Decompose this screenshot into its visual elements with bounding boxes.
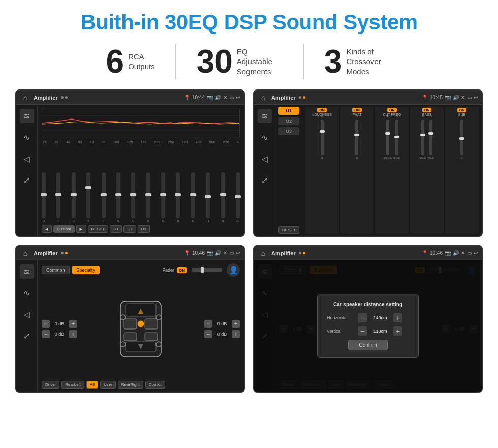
slider-track-100[interactable] bbox=[131, 172, 135, 218]
slider-track-400[interactable] bbox=[221, 172, 225, 218]
copilot-plus[interactable]: + bbox=[232, 320, 240, 328]
slider-thumb-400[interactable] bbox=[220, 193, 226, 196]
u2-btn[interactable]: U2 bbox=[123, 225, 136, 233]
slider-track-32[interactable] bbox=[56, 172, 60, 218]
band-loudness-on[interactable]: ON bbox=[317, 108, 327, 112]
sidebar-eq-icon-2[interactable]: ≋ bbox=[258, 109, 272, 123]
slider-track-500[interactable] bbox=[236, 172, 240, 218]
slider-thumb-125[interactable] bbox=[145, 193, 151, 196]
fader-on-badge[interactable]: ON bbox=[177, 267, 187, 273]
driver-bottom-btn[interactable]: Driver bbox=[42, 381, 59, 389]
sidebar-expand-icon-2[interactable]: ⤢ bbox=[258, 173, 272, 187]
slider-thumb-50[interactable] bbox=[85, 186, 91, 189]
sub-slider[interactable] bbox=[460, 120, 463, 155]
home-icon-2[interactable]: ⌂ bbox=[258, 93, 268, 103]
u3-btn[interactable]: U3 bbox=[138, 225, 150, 233]
rearright-bottom-btn[interactable]: RearRight bbox=[118, 381, 143, 389]
slider-thumb-200[interactable] bbox=[175, 193, 181, 196]
driver-plus[interactable]: + bbox=[69, 320, 77, 328]
crossover-reset-btn[interactable]: RESET bbox=[278, 226, 299, 234]
home-icon-3[interactable]: ⌂ bbox=[20, 248, 30, 258]
slider-thumb-40[interactable] bbox=[71, 193, 77, 196]
profile-icon[interactable]: 👤 bbox=[227, 263, 240, 277]
loudness-slider-g[interactable] bbox=[321, 120, 324, 155]
slider-thumb-160[interactable] bbox=[160, 193, 166, 196]
home-icon[interactable]: ⌂ bbox=[20, 93, 30, 103]
specialty-tab[interactable]: Specialty bbox=[72, 266, 100, 274]
sidebar-eq-icon[interactable]: ≋ bbox=[20, 109, 34, 123]
next-preset-btn[interactable]: ► bbox=[76, 225, 86, 233]
slider-thumb-250[interactable] bbox=[190, 193, 196, 196]
home-icon-4[interactable]: ⌂ bbox=[258, 248, 268, 258]
driver-minus[interactable]: − bbox=[42, 320, 50, 328]
sidebar-expand-icon-3[interactable]: ⤢ bbox=[20, 328, 34, 343]
slider-track-250[interactable] bbox=[191, 172, 195, 218]
slider-track-50[interactable] bbox=[86, 172, 90, 218]
band-phat-on[interactable]: ON bbox=[352, 108, 362, 112]
sidebar-speaker-icon-3[interactable]: ◁ bbox=[20, 307, 34, 321]
rearright-plus[interactable]: + bbox=[232, 330, 240, 338]
sidebar-eq-icon-3[interactable]: ≋ bbox=[20, 264, 34, 279]
slider-thumb-32[interactable] bbox=[55, 193, 61, 196]
back-icon-3: ↩ bbox=[236, 250, 240, 256]
topbar-dots-3 bbox=[61, 252, 68, 254]
channel-u3-btn[interactable]: U3 bbox=[278, 127, 299, 135]
slider-track-40[interactable] bbox=[72, 172, 76, 218]
close-icon: ✕ bbox=[223, 95, 227, 100]
copilot-minus[interactable]: − bbox=[204, 320, 212, 328]
channel-u1-btn[interactable]: U1 bbox=[278, 107, 299, 115]
fader-slider[interactable] bbox=[192, 268, 222, 272]
dot-2 bbox=[65, 96, 68, 99]
eq-main: 25 32 40 50 63 80 100 125 160 200 250 32… bbox=[38, 105, 244, 236]
close-icon-3: ✕ bbox=[223, 250, 227, 256]
band-bass-on[interactable]: ON bbox=[422, 108, 432, 112]
slider-track-125[interactable] bbox=[146, 172, 150, 218]
slider-track-200[interactable] bbox=[176, 172, 180, 218]
slider-thumb-500[interactable] bbox=[235, 195, 241, 198]
channel-u2-btn[interactable]: U2 bbox=[278, 117, 299, 125]
horizontal-plus-btn[interactable]: + bbox=[393, 313, 402, 322]
slider-thumb-25[interactable] bbox=[41, 193, 47, 196]
phat-slider[interactable] bbox=[355, 120, 358, 155]
cutfreq-slider-g[interactable] bbox=[395, 120, 398, 155]
vertical-plus-btn[interactable]: + bbox=[393, 326, 402, 336]
common-tab[interactable]: Common bbox=[42, 266, 70, 274]
user-bottom-btn[interactable]: User bbox=[100, 381, 116, 389]
sidebar-speaker-icon[interactable]: ◁ bbox=[20, 152, 34, 166]
sidebar-speaker-icon-2[interactable]: ◁ bbox=[258, 152, 272, 166]
slider-track-25[interactable] bbox=[42, 172, 46, 218]
horizontal-minus-btn[interactable]: − bbox=[358, 313, 367, 322]
slider-track-320[interactable] bbox=[206, 172, 210, 218]
cutfreq-slider-f[interactable] bbox=[386, 120, 389, 155]
confirm-button[interactable]: Confirm bbox=[348, 340, 387, 350]
u1-btn[interactable]: U1 bbox=[110, 225, 122, 233]
reset-btn[interactable]: RESET bbox=[88, 225, 109, 233]
bass-slider-f[interactable] bbox=[421, 120, 424, 155]
slider-thumb-100[interactable] bbox=[130, 193, 136, 196]
slider-track-80[interactable] bbox=[116, 172, 120, 218]
sidebar-expand-icon[interactable]: ⤢ bbox=[20, 173, 34, 187]
dot-6 bbox=[65, 252, 68, 254]
rearleft-plus[interactable]: + bbox=[69, 330, 77, 338]
all-bottom-btn[interactable]: All bbox=[86, 381, 98, 389]
sidebar-wave-icon[interactable]: ∿ bbox=[20, 130, 34, 144]
sidebar-wave-icon-2[interactable]: ∿ bbox=[258, 130, 272, 144]
band-cutfreq-on[interactable]: ON bbox=[387, 108, 397, 112]
slider-thumb-63[interactable] bbox=[101, 193, 107, 196]
custom-preset-btn[interactable]: Custom bbox=[53, 225, 75, 233]
rearright-ch-row: − 0 dB + bbox=[204, 330, 240, 338]
rearright-minus[interactable]: − bbox=[204, 330, 212, 338]
rearleft-bottom-btn[interactable]: RearLeft bbox=[61, 381, 84, 389]
slider-track-160[interactable] bbox=[161, 172, 165, 218]
distance-screen: ⌂ Amplifier 📍 10:46 📷 🔊 ✕ ▭ ↩ bbox=[253, 245, 483, 393]
copilot-bottom-btn[interactable]: Copilot bbox=[145, 381, 165, 389]
slider-track-63[interactable] bbox=[102, 172, 106, 218]
bass-slider-g[interactable] bbox=[429, 120, 432, 155]
sidebar-wave-icon-3[interactable]: ∿ bbox=[20, 286, 34, 300]
band-sub-on[interactable]: ON bbox=[457, 108, 467, 112]
prev-preset-btn[interactable]: ◄ bbox=[42, 225, 52, 233]
slider-thumb-320[interactable] bbox=[205, 195, 211, 198]
rearleft-minus[interactable]: − bbox=[42, 330, 50, 338]
slider-thumb-80[interactable] bbox=[115, 193, 121, 196]
vertical-minus-btn[interactable]: − bbox=[358, 326, 367, 336]
